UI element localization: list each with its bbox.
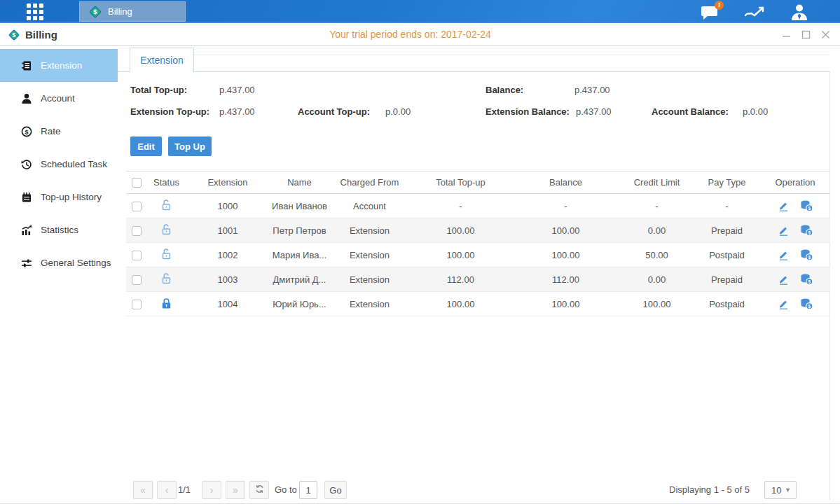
cell-balance: 112.00 xyxy=(511,274,620,285)
cell-total-topup: 112.00 xyxy=(410,274,511,285)
sidebar-item-topup-history[interactable]: Top-up History xyxy=(0,181,118,214)
table-header-row: Status Extension Name Charged From Total… xyxy=(126,171,830,194)
tab-strip: Extension xyxy=(118,46,830,72)
sidebar-item-rate[interactable]: $ Rate xyxy=(0,115,118,148)
sidebar-item-label: General Settings xyxy=(41,258,111,268)
lock-closed-icon[interactable] xyxy=(160,297,172,309)
sidebar-item-general-settings[interactable]: General Settings xyxy=(0,246,118,279)
col-credit-limit: Credit Limit xyxy=(620,177,694,188)
cell-credit-limit: 0.00 xyxy=(620,225,694,236)
cell-charged-from: Account xyxy=(329,201,410,211)
balance-label: Balance: xyxy=(486,85,523,97)
topup-coins-icon[interactable]: $ xyxy=(800,224,813,237)
maximize-icon[interactable] xyxy=(799,29,812,41)
sidebar-item-account[interactable]: Account xyxy=(0,82,118,115)
topup-coins-icon[interactable]: $ xyxy=(800,248,813,261)
main-content: Extension Total Top-up: p.437.00 Balance… xyxy=(118,46,840,504)
page-size-value: 10 xyxy=(771,485,781,496)
scheduled-task-icon xyxy=(21,159,32,170)
topup-coins-icon[interactable]: $ xyxy=(800,298,813,310)
sidebar-item-label: Scheduled Task xyxy=(41,159,107,169)
cell-name: Мария Ива... xyxy=(270,250,329,260)
row-checkbox[interactable] xyxy=(132,202,142,211)
pagination-bar: « ‹ 1/1 › » Go to Go Displaying 1 - 5 of… xyxy=(126,480,830,500)
row-checkbox[interactable] xyxy=(132,300,142,309)
messages-button[interactable]: ! xyxy=(697,2,722,22)
account-topup-value: p.0.00 xyxy=(385,106,411,119)
topup-coins-icon[interactable]: $ xyxy=(800,200,813,212)
sidebar-item-statistics[interactable]: Statistics xyxy=(0,214,118,246)
topup-coins-icon[interactable]: $ xyxy=(800,273,813,286)
col-operation: Operation xyxy=(760,177,830,188)
cell-extension: 1000 xyxy=(186,201,270,211)
svg-text:$: $ xyxy=(808,206,811,211)
close-icon[interactable] xyxy=(819,29,832,41)
sidebar-item-scheduled-task[interactable]: Scheduled Task xyxy=(0,148,118,181)
cell-charged-from: Extension xyxy=(329,250,410,260)
last-page-button[interactable]: » xyxy=(226,481,245,499)
cell-charged-from: Extension xyxy=(329,299,410,309)
top-up-button[interactable]: Top Up xyxy=(168,136,212,156)
edit-pencil-icon[interactable] xyxy=(778,225,790,237)
lock-open-icon[interactable] xyxy=(160,199,172,211)
select-all-checkbox[interactable] xyxy=(132,178,142,188)
app-grid-icon[interactable] xyxy=(27,4,49,20)
lock-open-icon[interactable] xyxy=(160,248,172,260)
row-checkbox[interactable] xyxy=(132,251,142,260)
sidebar: Extension Account $ Rate Scheduled Task xyxy=(0,46,118,504)
user-icon xyxy=(790,3,809,21)
page-indicator: 1/1 xyxy=(178,484,191,495)
balance-value: p.437.00 xyxy=(574,85,610,97)
cell-balance: 100.00 xyxy=(511,225,620,236)
goto-label: Go to xyxy=(275,484,297,495)
cell-extension: 1003 xyxy=(186,274,270,285)
edit-pencil-icon[interactable] xyxy=(778,200,790,212)
sidebar-item-extension[interactable]: Extension xyxy=(0,49,118,82)
account-topup-label: Account Top-up: xyxy=(298,106,370,119)
window-titlebar: $ Billing Your trial period ends on: 201… xyxy=(0,23,840,46)
user-menu-button[interactable] xyxy=(787,2,812,22)
edit-pencil-icon[interactable] xyxy=(778,249,790,261)
extension-topup-value: p.437.00 xyxy=(219,106,255,119)
billing-diamond-icon: $ xyxy=(88,5,102,19)
reports-button[interactable] xyxy=(742,2,767,22)
page-size-dropdown[interactable]: 10 ▼ xyxy=(764,481,797,499)
col-status: Status xyxy=(147,177,186,188)
cell-credit-limit: 100.00 xyxy=(620,299,694,309)
cell-credit-limit: - xyxy=(620,201,694,211)
tab-extension[interactable]: Extension xyxy=(130,48,194,73)
cell-total-topup: 100.00 xyxy=(410,250,511,260)
lock-open-icon[interactable] xyxy=(160,223,172,236)
first-page-button[interactable]: « xyxy=(133,481,153,499)
refresh-button[interactable] xyxy=(249,481,269,499)
trial-message: Your trial period ends on: 2017-02-24 xyxy=(0,23,820,46)
lock-open-icon[interactable] xyxy=(160,272,172,285)
svg-text:$: $ xyxy=(808,279,811,285)
prev-page-button[interactable]: ‹ xyxy=(157,481,177,499)
svg-text:$: $ xyxy=(25,128,28,135)
edit-pencil-icon[interactable] xyxy=(778,298,790,310)
cell-pay-type: Prepaid xyxy=(694,225,760,236)
edit-pencil-icon[interactable] xyxy=(778,274,790,286)
next-page-button[interactable]: › xyxy=(202,481,221,499)
cell-balance: 100.00 xyxy=(511,250,620,260)
goto-page-input[interactable] xyxy=(299,481,317,499)
cell-name: Юрий Юрь... xyxy=(270,299,329,309)
row-checkbox[interactable] xyxy=(132,275,142,285)
taskbar-tab-billing[interactable]: $ Billing xyxy=(79,1,186,22)
chevron-down-icon: ▼ xyxy=(785,486,791,493)
extension-icon xyxy=(21,60,32,71)
col-total-topup: Total Top-up xyxy=(410,177,511,188)
cell-total-topup: - xyxy=(410,201,511,211)
svg-text:$: $ xyxy=(93,8,97,15)
edit-button[interactable]: Edit xyxy=(130,136,162,156)
table-row: 1000 Иван Иванов Account - - - - $ xyxy=(126,194,830,218)
sidebar-item-label: Extension xyxy=(41,60,82,71)
cell-total-topup: 100.00 xyxy=(410,299,511,309)
taskbar-tab-label: Billing xyxy=(108,6,132,17)
minimize-icon[interactable] xyxy=(780,29,792,41)
total-topup-value: p.437.00 xyxy=(219,85,255,97)
go-button[interactable]: Go xyxy=(324,481,347,499)
row-checkbox[interactable] xyxy=(132,226,142,236)
cell-pay-type: Postpaid xyxy=(694,250,760,260)
